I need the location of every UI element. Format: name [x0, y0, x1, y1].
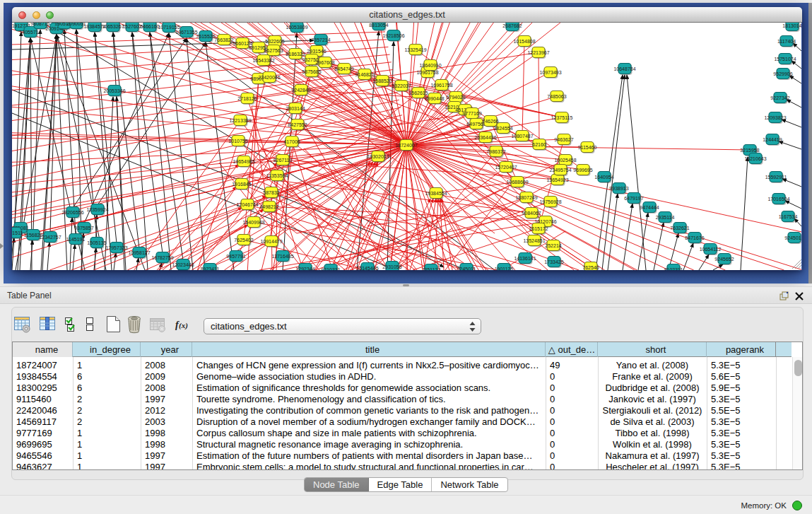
svg-text:9474444: 9474444 — [640, 205, 659, 210]
svg-text:13524851: 13524851 — [523, 238, 545, 243]
svg-text:6479197: 6479197 — [624, 196, 643, 201]
svg-text:9146821: 9146821 — [355, 72, 374, 77]
svg-text:7632621: 7632621 — [670, 226, 689, 230]
svg-text:7485063: 7485063 — [547, 94, 566, 99]
svg-text:8102311: 8102311 — [664, 267, 683, 271]
svg-text:18724007: 18724007 — [395, 143, 417, 148]
svg-text:10807487: 10807487 — [511, 134, 533, 139]
svg-text:7351123: 7351123 — [422, 267, 441, 271]
svg-text:12375115: 12375115 — [551, 115, 573, 120]
svg-text:20053346: 20053346 — [103, 88, 125, 93]
svg-text:6466160: 6466160 — [140, 24, 159, 29]
svg-text:19756928: 19756928 — [539, 199, 561, 204]
svg-text:8990448: 8990448 — [425, 96, 444, 101]
svg-text:12359924: 12359924 — [86, 207, 108, 212]
svg-text:1916845: 1916845 — [232, 182, 251, 187]
svg-text:13325419: 13325419 — [404, 47, 426, 52]
svg-text:3215958: 3215958 — [740, 148, 759, 153]
svg-text:19302013: 19302013 — [367, 154, 389, 159]
svg-text:10653267: 10653267 — [102, 24, 124, 29]
svg-text:2935114: 2935114 — [656, 215, 675, 220]
svg-text:8454749: 8454749 — [334, 66, 353, 71]
svg-text:19384554: 19384554 — [425, 191, 447, 196]
svg-text:1733426: 1733426 — [544, 259, 563, 264]
svg-text:15145445: 15145445 — [356, 266, 378, 271]
svg-text:17016504: 17016504 — [767, 197, 789, 201]
svg-text:18807249: 18807249 — [515, 195, 537, 200]
svg-text:1615172: 1615172 — [529, 226, 548, 231]
svg-text:12213967: 12213967 — [527, 50, 549, 55]
svg-text:16961758: 16961758 — [430, 83, 452, 88]
svg-text:2687682: 2687682 — [502, 23, 522, 28]
svg-text:9463627: 9463627 — [554, 137, 573, 142]
svg-text:762540: 762540 — [582, 265, 599, 270]
svg-text:7357214: 7357214 — [311, 37, 330, 42]
svg-text:10958127: 10958127 — [128, 250, 150, 255]
svg-text:9375857: 9375857 — [74, 226, 93, 230]
svg-text:9457791: 9457791 — [226, 254, 245, 259]
svg-text:7986372: 7986372 — [486, 149, 505, 154]
svg-text:12213389: 12213389 — [229, 118, 251, 123]
svg-text:20206556: 20206556 — [61, 210, 83, 215]
svg-text:8186323: 8186323 — [286, 52, 305, 57]
svg-text:10914479: 10914479 — [260, 239, 282, 244]
svg-text:15409948: 15409948 — [242, 220, 264, 225]
svg-text:19654985: 19654985 — [233, 159, 254, 164]
svg-text:3824554: 3824554 — [493, 126, 512, 131]
svg-text:5322037: 5322037 — [392, 83, 411, 88]
svg-text:19218506: 19218506 — [382, 33, 404, 38]
svg-text:8427552: 8427552 — [288, 122, 307, 127]
svg-text:9245012: 9245012 — [784, 235, 801, 240]
svg-text:10973493: 10973493 — [539, 70, 561, 75]
svg-text:7663822: 7663822 — [214, 37, 233, 42]
svg-text:9245652: 9245652 — [714, 257, 734, 262]
svg-text:9084067: 9084067 — [522, 211, 541, 216]
svg-text:9529906: 9529906 — [773, 71, 792, 76]
svg-text:7625402: 7625402 — [234, 238, 253, 243]
svg-text:2931546: 2931546 — [307, 49, 326, 54]
svg-text:10671355: 10671355 — [175, 30, 197, 35]
svg-text:2967608: 2967608 — [315, 60, 334, 65]
svg-text:8471676: 8471676 — [685, 235, 704, 240]
svg-text:1117404: 1117404 — [777, 39, 796, 44]
svg-text:417006: 417006 — [283, 139, 300, 144]
svg-text:9242848: 9242848 — [291, 88, 310, 93]
svg-text:23420046: 23420046 — [258, 75, 280, 80]
svg-text:12023448: 12023448 — [172, 262, 194, 267]
svg-text:62160: 62160 — [532, 142, 546, 147]
svg-text:4498212: 4498212 — [259, 204, 278, 209]
svg-text:9210331: 9210331 — [321, 267, 340, 271]
svg-text:10025458: 10025458 — [554, 158, 576, 163]
svg-text:9227342: 9227342 — [770, 95, 789, 100]
svg-text:15751074: 15751074 — [774, 57, 796, 62]
svg-text:17957323: 17957323 — [105, 245, 127, 250]
svg-text:2718126: 2718126 — [237, 96, 257, 101]
svg-text:2931055: 2931055 — [382, 264, 401, 269]
svg-text:1640954: 1640954 — [594, 175, 613, 180]
svg-text:14136141: 14136141 — [514, 256, 536, 261]
svg-text:8923411: 8923411 — [201, 267, 220, 271]
svg-text:17046744: 17046744 — [236, 202, 258, 207]
svg-text:9777169: 9777169 — [462, 111, 481, 116]
svg-text:9699695: 9699695 — [573, 168, 592, 173]
svg-text:1527602: 1527602 — [122, 24, 141, 29]
svg-text:1588520: 1588520 — [372, 78, 392, 83]
svg-text:16053809: 16053809 — [286, 25, 307, 30]
svg-text:1292344: 1292344 — [295, 267, 314, 271]
svg-text:391511: 391511 — [12, 230, 23, 235]
svg-text:1167534: 1167534 — [779, 214, 798, 219]
svg-text:6794028: 6794028 — [446, 95, 465, 100]
svg-text:12342757: 12342757 — [39, 235, 61, 240]
svg-text:7515526: 7515526 — [196, 34, 215, 39]
svg-text:1145191: 1145191 — [66, 237, 86, 242]
svg-text:746266: 746266 — [482, 119, 498, 124]
svg-text:11353594: 11353594 — [266, 173, 288, 178]
svg-text:10654112: 10654112 — [700, 247, 722, 252]
svg-text:10154808: 10154808 — [513, 39, 535, 44]
svg-text:9115460: 9115460 — [578, 145, 597, 150]
svg-text:16543382: 16543382 — [252, 58, 274, 63]
svg-text:9627563: 9627563 — [264, 48, 283, 53]
svg-text:1010755: 1010755 — [228, 139, 247, 144]
svg-text:1813014: 1813014 — [782, 23, 801, 28]
svg-text:8813054: 8813054 — [369, 23, 388, 28]
